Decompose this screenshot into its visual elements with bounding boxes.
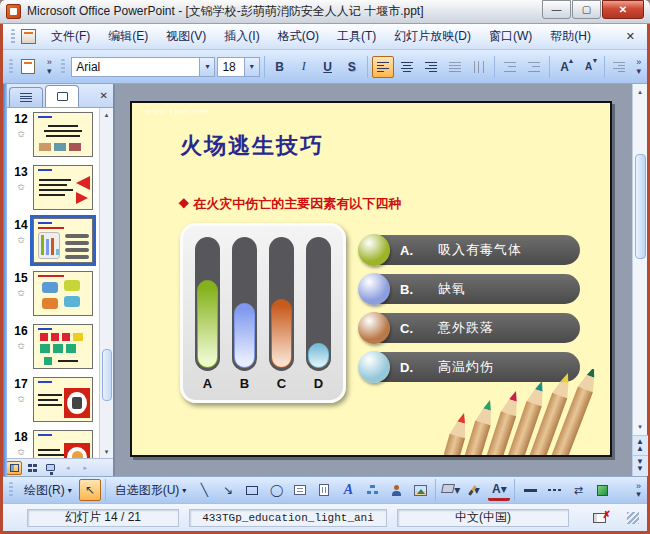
dash-style-button[interactable] (543, 479, 565, 501)
slide-sorter-button[interactable] (24, 461, 40, 475)
menubar-close-icon[interactable]: ✕ (618, 28, 643, 45)
decrease-font-button[interactable]: A▼ (578, 56, 600, 78)
menu-help[interactable]: 帮助(H) (541, 24, 600, 49)
scroll-down-icon[interactable]: ▾ (105, 448, 109, 456)
tab-outline[interactable] (9, 87, 43, 107)
toolbar-options-button[interactable]: » ▾ (632, 477, 645, 503)
align-left-button[interactable] (372, 56, 394, 78)
vertical-textbox-button[interactable] (313, 479, 335, 501)
sidebar-scrollbar[interactable]: ▴ ▾ (99, 108, 113, 458)
align-center-button[interactable] (396, 56, 418, 78)
select-objects-button[interactable]: ↖ (79, 479, 101, 501)
minimize-button[interactable]: — (542, 0, 571, 19)
menu-view[interactable]: 视图(V) (157, 24, 215, 49)
animation-star-icon[interactable]: ✩ (17, 447, 25, 457)
menu-tools[interactable]: 工具(T) (328, 24, 385, 49)
autoshapes-menu-button[interactable]: 自选图形(U) ▾ (110, 479, 192, 502)
line-color-button[interactable]: ▾ (464, 479, 486, 501)
bold-button[interactable]: B (269, 56, 291, 78)
font-color-button[interactable]: A▾ (488, 479, 510, 501)
scrollbar-thumb[interactable] (102, 349, 112, 401)
option-c[interactable]: C. 意外跌落 (360, 313, 580, 343)
toolbar-overflow-button[interactable]: » ▾ (43, 54, 55, 80)
toolbar-grip-icon[interactable] (61, 59, 65, 75)
3d-style-button[interactable] (591, 479, 613, 501)
font-name-combo[interactable]: Arial ▾ (71, 57, 215, 77)
toolbar-grip-icon[interactable] (11, 29, 15, 45)
slide-thumbnail-14-selected[interactable]: 14 ✩ (9, 218, 113, 265)
tab-slides[interactable] (45, 85, 79, 107)
editor-scrollbar[interactable]: ▴ ▾ ▲ ▲ ▼ ▼ (632, 84, 647, 476)
scroll-left-icon[interactable]: ◂ (66, 464, 70, 472)
scroll-up-icon[interactable]: ▴ (105, 111, 109, 119)
numbered-list-button[interactable] (499, 56, 521, 78)
increase-font-button[interactable]: A▲ (554, 56, 576, 78)
insert-picture-button[interactable] (409, 479, 431, 501)
scrollbar-thumb[interactable] (635, 154, 646, 259)
thumbnail-image[interactable] (33, 271, 93, 316)
menu-file[interactable]: 文件(F) (42, 24, 99, 49)
language-indicator[interactable]: 中文(中国) (397, 509, 569, 527)
toolbar-grip-icon[interactable] (9, 482, 13, 498)
slide-thumbnail-15[interactable]: 15 ✩ (9, 271, 113, 318)
new-slide-button[interactable] (19, 56, 41, 78)
wordart-button[interactable]: A (337, 479, 359, 501)
animation-star-icon[interactable]: ✩ (17, 394, 25, 404)
thumbnail-image[interactable] (33, 430, 93, 458)
slide-thumbnail-12[interactable]: 12 ✩ (9, 112, 113, 159)
underline-button[interactable]: U (317, 56, 339, 78)
pane-close-icon[interactable]: ✕ (100, 90, 108, 101)
scroll-right-icon[interactable]: ▸ (84, 464, 88, 472)
chevron-down-icon[interactable]: ▾ (199, 58, 214, 76)
menu-edit[interactable]: 编辑(E) (99, 24, 157, 49)
toolbar-grip-icon[interactable] (9, 59, 13, 75)
previous-slide-button[interactable]: ▲ ▲ (633, 435, 648, 456)
slide-thumbnail-13[interactable]: 13 ✩ (9, 165, 113, 212)
menu-slideshow[interactable]: 幻灯片放映(D) (385, 24, 480, 49)
animation-star-icon[interactable]: ✩ (17, 235, 25, 245)
thumbnail-image[interactable] (33, 377, 93, 422)
rectangle-tool-button[interactable] (241, 479, 263, 501)
textbox-tool-button[interactable] (289, 479, 311, 501)
tube-chart[interactable]: A B C D (180, 223, 346, 403)
chevron-down-icon[interactable]: ▾ (244, 58, 259, 76)
line-tool-button[interactable]: ╲ (193, 479, 215, 501)
slide-thumbnail-16[interactable]: 16 ✩ (9, 324, 113, 371)
next-slide-button[interactable]: ▼ ▼ (633, 455, 648, 476)
oval-tool-button[interactable]: ◯ (265, 479, 287, 501)
italic-button[interactable]: I (293, 56, 315, 78)
maximize-button[interactable]: ▢ (572, 0, 601, 19)
menu-format[interactable]: 格式(O) (269, 24, 328, 49)
toolbar-options-button[interactable]: » ▾ (633, 54, 645, 80)
decrease-indent-button[interactable] (608, 56, 630, 78)
animation-star-icon[interactable]: ✩ (17, 182, 25, 192)
slide-canvas[interactable]: www.1ppt.com 火场逃生技巧 ❖ 在火灾中伤亡的主要因素有以下四种 A… (130, 101, 612, 457)
scroll-down-icon[interactable]: ▾ (638, 423, 642, 431)
close-button[interactable]: ✕ (602, 0, 644, 19)
spellcheck-status-icon[interactable]: ✗ (593, 511, 609, 525)
resize-grip-icon[interactable] (627, 512, 639, 524)
thumbnail-image[interactable] (33, 218, 93, 263)
scroll-up-icon[interactable]: ▴ (638, 88, 642, 96)
slide-thumbnail-17[interactable]: 17 ✩ (9, 377, 113, 424)
thumbnail-image[interactable] (33, 112, 93, 157)
arrow-style-button[interactable]: ⇄ (567, 479, 589, 501)
distribute-button[interactable] (444, 56, 466, 78)
text-shadow-button[interactable]: S (341, 56, 363, 78)
option-b[interactable]: B. 缺氧 (360, 274, 580, 304)
draw-menu-button[interactable]: 绘图(R) ▾ (19, 479, 77, 502)
clipart-button[interactable] (385, 479, 407, 501)
slide-thumbnail-18[interactable]: 18 ✩ (9, 430, 113, 458)
chevron-down-icon[interactable]: ▾ (501, 482, 507, 496)
menu-window[interactable]: 窗口(W) (480, 24, 541, 49)
text-direction-button[interactable] (468, 56, 490, 78)
arrow-tool-button[interactable]: ↘ (217, 479, 239, 501)
menu-insert[interactable]: 插入(I) (215, 24, 268, 49)
option-a[interactable]: A. 吸入有毒气体 (360, 235, 580, 265)
animation-star-icon[interactable]: ✩ (17, 288, 25, 298)
title-bar[interactable]: Microsoft Office PowerPoint - [文锦学校-彭萌萌消… (0, 0, 650, 24)
slideshow-button[interactable] (42, 461, 58, 475)
diagram-button[interactable] (361, 479, 383, 501)
normal-view-button[interactable] (6, 461, 22, 475)
thumbnail-image[interactable] (33, 324, 93, 369)
